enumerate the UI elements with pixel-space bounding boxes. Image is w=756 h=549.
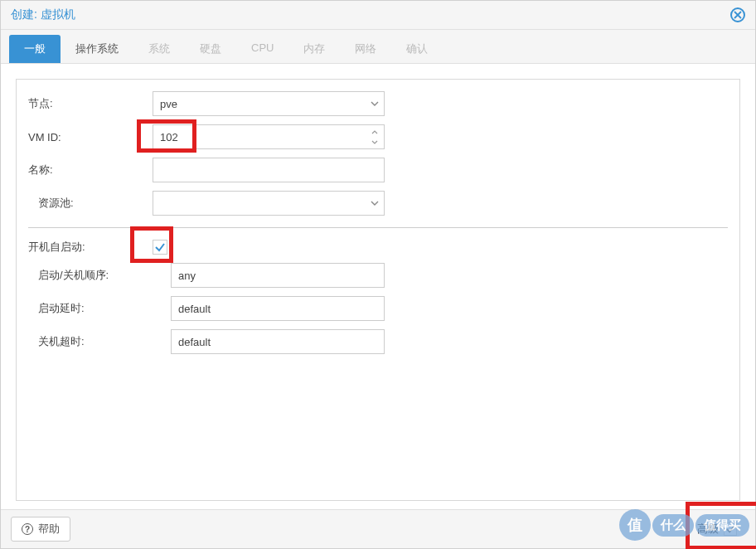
label-name: 名称: — [28, 163, 153, 177]
divider — [28, 227, 728, 228]
node-combo[interactable] — [153, 91, 385, 116]
label-up: 启动延时: — [38, 301, 171, 316]
tab-system: 系统 — [133, 35, 185, 63]
row-down: 关机超时: — [28, 329, 728, 354]
advanced-checkbox[interactable] — [724, 522, 737, 536]
label-vmid: VM ID: — [28, 131, 153, 143]
advanced-toggle[interactable]: 高级 — [689, 517, 745, 542]
create-vm-dialog: 创建: 虚拟机 一般 操作系统 系统 硬盘 CPU 内存 网络 确认 节点: — [0, 0, 756, 549]
tab-memory: 内存 — [288, 35, 340, 63]
tab-confirm: 确认 — [391, 35, 443, 63]
vmid-spinner[interactable] — [153, 124, 385, 149]
name-input[interactable] — [153, 158, 385, 182]
help-label: 帮助 — [38, 522, 60, 537]
row-up: 启动延时: — [28, 296, 728, 321]
chevron-down-icon[interactable] — [366, 92, 384, 115]
tab-cpu: CPU — [236, 35, 288, 63]
dialog-header: 创建: 虚拟机 — [1, 1, 755, 30]
label-down: 关机超时: — [38, 334, 171, 349]
dialog-footer: ? 帮助 高级 — [1, 509, 755, 548]
form-body: 节点: VM ID: 名称 — [1, 64, 755, 509]
down-input[interactable] — [171, 329, 385, 354]
tab-general[interactable]: 一般 — [9, 35, 61, 63]
pool-combo[interactable] — [153, 191, 385, 216]
general-panel: 节点: VM ID: 名称 — [16, 79, 740, 501]
advanced-label: 高级 — [697, 522, 719, 537]
tab-disk: 硬盘 — [185, 35, 236, 63]
help-icon: ? — [22, 523, 33, 535]
help-button[interactable]: ? 帮助 — [11, 517, 70, 542]
row-vmid: VM ID: — [28, 124, 728, 149]
close-icon[interactable] — [730, 7, 745, 22]
order-input[interactable] — [171, 263, 385, 288]
row-order: 启动/关机顺序: — [28, 263, 728, 288]
row-onboot: 开机自启动: — [28, 240, 728, 255]
chevron-down-icon[interactable] — [366, 192, 384, 215]
label-pool: 资源池: — [38, 196, 153, 211]
row-pool: 资源池: — [28, 191, 728, 216]
tab-network: 网络 — [340, 35, 391, 63]
tab-os[interactable]: 操作系统 — [61, 35, 133, 63]
label-order: 启动/关机顺序: — [38, 268, 171, 283]
label-onboot: 开机自启动: — [28, 240, 153, 255]
row-name: 名称: — [28, 158, 728, 182]
spinner-buttons[interactable] — [366, 125, 384, 148]
label-node: 节点: — [28, 96, 153, 111]
wizard-tabs: 一般 操作系统 系统 硬盘 CPU 内存 网络 确认 — [1, 30, 755, 64]
row-node: 节点: — [28, 91, 728, 116]
onboot-checkbox[interactable] — [153, 240, 167, 255]
up-input[interactable] — [171, 296, 385, 321]
dialog-title: 创建: 虚拟机 — [11, 7, 75, 22]
